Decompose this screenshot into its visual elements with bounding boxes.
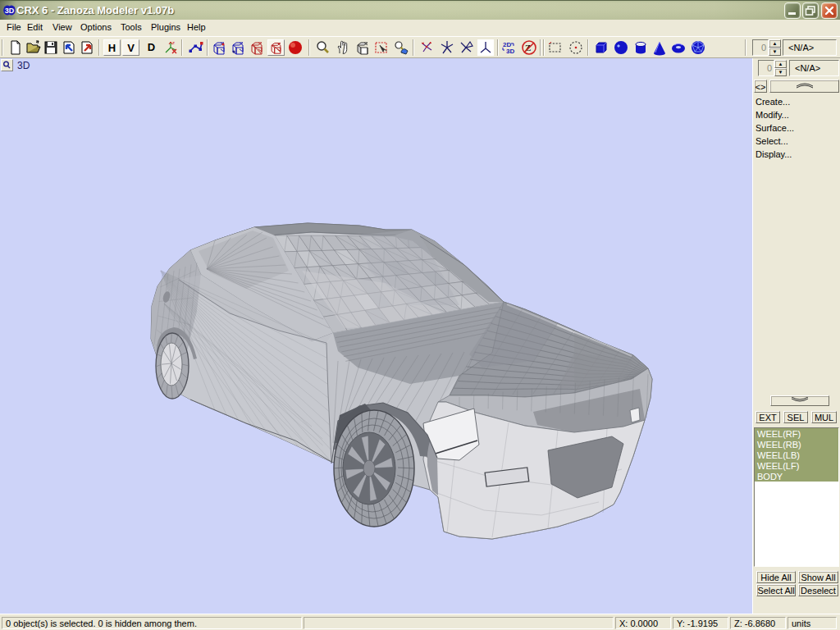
svg-text:z: z xyxy=(172,40,175,45)
svg-text:3D: 3D xyxy=(5,7,15,15)
svg-text:3D: 3D xyxy=(506,48,514,55)
